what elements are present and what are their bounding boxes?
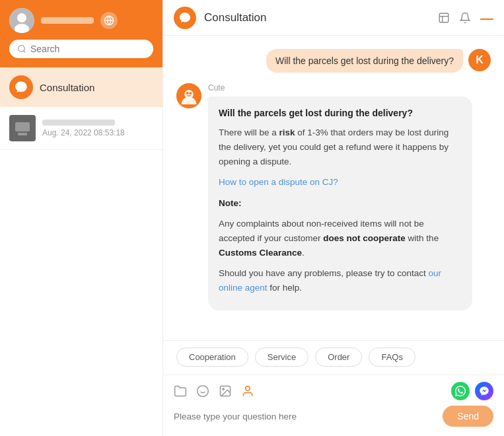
bot-no-cooperate: does not cooperate: [323, 233, 406, 243]
emoji-icon[interactable]: [196, 384, 209, 398]
send-button[interactable]: Send: [443, 406, 493, 427]
chat-list-item[interactable]: Aug. 24, 2022 08:53:18: [0, 107, 162, 150]
bot-paragraph-4: Should you have any problems, please try…: [219, 266, 462, 295]
bot-bubble: Will the parcels get lost during the del…: [208, 96, 472, 310]
message-input[interactable]: [174, 412, 436, 421]
bot-para1-pre: There will be a: [219, 127, 279, 137]
bot-para4-post: for help.: [268, 283, 303, 293]
bot-paragraph-3: Any complaints about non-received items …: [219, 217, 462, 260]
search-input[interactable]: [30, 44, 145, 54]
bot-risk-word: risk: [279, 127, 295, 137]
bot-link-row: How to open a dispute on CJ?: [219, 175, 462, 190]
sidebar-header: [0, 0, 162, 67]
svg-point-15: [186, 92, 189, 94]
social-icons: [451, 382, 493, 400]
svg-rect-9: [18, 133, 27, 135]
search-icon: [17, 44, 26, 54]
quick-reply-service[interactable]: Service: [255, 347, 308, 367]
consultation-label: Consultation: [40, 82, 94, 93]
svg-rect-10: [439, 13, 449, 22]
svg-point-16: [189, 92, 192, 94]
svg-point-17: [198, 386, 209, 397]
quick-reply-faqs[interactable]: FAQs: [369, 347, 415, 367]
bot-name: Cute: [208, 83, 472, 92]
bot-customs: Customs Clearance: [219, 248, 302, 258]
input-area: Send: [163, 375, 504, 436]
bot-message-content: Cute Will the parcels get lost during th…: [208, 83, 472, 310]
user-avatar: K: [468, 49, 491, 71]
svg-point-22: [246, 386, 250, 391]
chat-header-logo: [174, 7, 196, 29]
chat-thumbnail: [9, 115, 36, 141]
sidebar-header-top: [9, 8, 153, 33]
svg-point-21: [223, 388, 225, 390]
quick-reply-cooperation[interactable]: Cooperation: [176, 347, 248, 367]
bot-heading: Will the parcels get lost during the del…: [219, 106, 462, 120]
folder-icon[interactable]: [174, 384, 187, 398]
consultation-logo: [9, 75, 33, 99]
bot-avatar: [176, 83, 201, 108]
messages-area: Will the parcels get lost during the del…: [163, 36, 504, 340]
bot-message-row: Cute Will the parcels get lost during th…: [176, 83, 491, 310]
input-toolbar: [174, 382, 493, 400]
user-message-row: Will the parcels get lost during the del…: [176, 49, 491, 73]
avatar: [9, 8, 34, 33]
user-info: [41, 17, 94, 24]
main-chat: Consultation — Will the parcels get los: [163, 0, 504, 436]
svg-point-1: [17, 13, 26, 22]
bot-para3-post: with the: [406, 233, 439, 243]
svg-rect-8: [15, 122, 30, 131]
minimize-icon[interactable]: —: [480, 11, 493, 24]
user-bubble: Will the parcels get lost during the del…: [266, 49, 463, 73]
bot-para3-end: .: [302, 248, 305, 258]
sidebar-item-consultation[interactable]: Consultation: [0, 67, 162, 107]
bot-note: Note:: [219, 196, 462, 211]
bell-icon[interactable]: [459, 12, 471, 24]
svg-point-5: [18, 46, 24, 52]
bot-paragraph-1: There will be a risk of 1-3% that orders…: [219, 126, 462, 168]
chat-timestamp: Aug. 24, 2022 08:53:18: [42, 128, 125, 137]
bot-para4-pre: Should you have any problems, please try…: [219, 268, 428, 278]
chat-header-icons: —: [438, 11, 493, 24]
chat-info: Aug. 24, 2022 08:53:18: [42, 120, 125, 137]
dispute-link[interactable]: How to open a dispute on CJ?: [219, 177, 338, 187]
quick-reply-order[interactable]: Order: [315, 347, 362, 367]
quick-replies: Cooperation Service Order FAQs: [163, 340, 504, 375]
sidebar: Consultation Aug. 24, 2022 08:53:18: [0, 0, 163, 436]
svg-line-6: [24, 51, 26, 53]
chat-header-title: Consultation: [204, 11, 430, 24]
input-field-row: Send: [174, 406, 493, 427]
image-icon[interactable]: [219, 384, 232, 398]
username-bar: [41, 17, 94, 24]
person-icon[interactable]: [241, 384, 254, 398]
messenger-icon[interactable]: [475, 382, 493, 400]
chat-name-bar: [42, 120, 115, 126]
bot-note-label: Note:: [219, 198, 242, 208]
chat-header: Consultation —: [163, 0, 504, 36]
window-icon[interactable]: [438, 12, 450, 24]
search-bar[interactable]: [9, 40, 153, 58]
globe-icon[interactable]: [100, 12, 118, 29]
whatsapp-icon[interactable]: [451, 382, 470, 400]
